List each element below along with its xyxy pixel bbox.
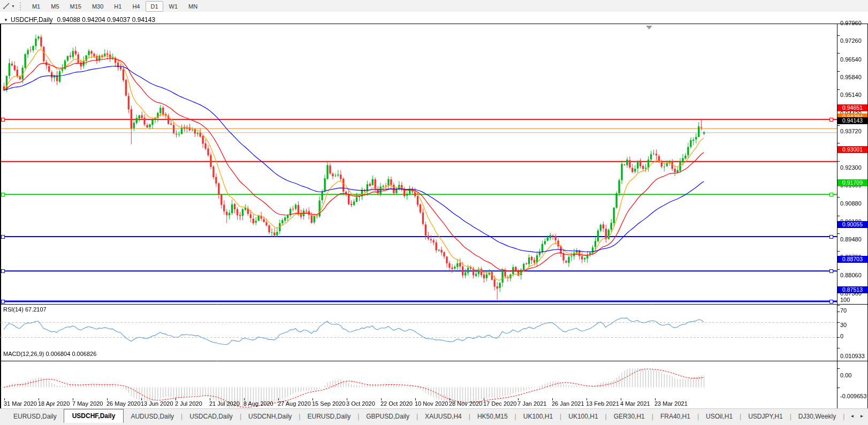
price-axis-tick: 0.95140 [840,92,867,98]
time-axis-tick: 10 Nov 2020 [415,400,448,407]
time-axis-tick: 26 Jan 2021 [552,400,584,407]
time-axis-tick: 26 May 2020 [106,400,141,407]
hline-price-tag[interactable]: 0.91709 [837,179,867,186]
chart-window: ▼ USDCHF,Daily 0.94088 0.94204 0.94037 0… [0,12,868,400]
time-axis-tick: 23 Mar 2021 [654,400,688,407]
chart-tab-usoil-h1[interactable]: USOil,H1 [699,411,740,423]
time-axis-tick: 7 May 2020 [72,400,103,407]
time-axis-tick: 21 Jul 2020 [209,400,240,407]
rsi-axis-tick: 100 [840,297,867,303]
macd-axis-tick: 0.010933 [840,353,867,359]
toolbar-grip [20,2,22,10]
price-axis-tick: 0.95840 [840,74,867,80]
timeframe-button-m15[interactable]: M15 [65,1,86,12]
timeframe-button-m1[interactable]: M1 [27,1,45,12]
time-axis-tick: 31 Mar 2020 [4,400,37,407]
hline-price-tag[interactable]: 0.88703 [837,256,867,263]
candlestick-chart-canvas[interactable] [0,12,868,412]
chart-tab-china300-h1[interactable]: CHINA300,H1 [844,411,847,423]
timeframe-button-w1[interactable]: W1 [164,1,183,12]
price-axis-tick: 0.97260 [840,37,867,44]
price-axis-tick: 0.88060 [840,272,867,278]
time-axis-tick: 13 Jun 2020 [141,400,173,407]
time-axis-tick: 18 Apr 2020 [38,400,70,407]
chart-tab-eurusd-daily[interactable]: EURUSD,Daily [6,411,64,423]
time-axis-tick: 13 Feb 2021 [586,400,619,407]
price-axis-tick: 0.97960 [840,20,867,26]
macd-axis-tick: -0.009653 [840,393,867,399]
timeframe-button-m5[interactable]: M5 [46,1,64,12]
time-axis-tick: 8 Aug 2020 [243,400,273,407]
chart-tab-dj30-weekly[interactable]: DJ30,Weekly [791,411,843,423]
macd-indicator-label: MACD(12,26,9) 0.006804 0.006826 [3,351,96,357]
time-axis-tick: 28 Nov 2020 [449,400,482,407]
chart-title: ▼ USDCHF,Daily 0.94088 0.94204 0.94037 0… [4,16,155,24]
time-axis-tick: 4 Mar 2021 [620,400,650,407]
timeframe-button-mn[interactable]: MN [184,1,202,12]
line-study-tool-button[interactable]: ▼ [1,2,17,10]
time-axis-tick: 7 Jan 2021 [517,400,546,407]
price-axis-tick: 0.90880 [840,200,867,207]
timeframe-toolbar: ▼ M1M5M15M30H1H4D1W1MN [0,0,868,12]
chart-tab-audusd-daily[interactable]: AUDUSD,Daily [124,411,181,423]
rsi-axis-tick: 30 [840,322,867,328]
mt4-terminal: ▼ M1M5M15M30H1H4D1W1MN ▼ USDCHF,Daily 0.… [0,0,868,425]
time-axis-tick: 3 Oct 2020 [346,400,375,407]
chart-tab-fra40-h1[interactable]: FRA40,H1 [653,411,697,423]
chart-tab-uk100-h1[interactable]: UK100,H1 [516,411,560,423]
price-axis-tick: 0.92300 [840,164,867,171]
chart-tab-bar: EURUSD,DailyUSDCHF,DailyAUDUSD,Daily|USD… [0,408,868,425]
price-axis-tick: 0.96540 [840,56,867,63]
price-axis-tick: 0.89480 [840,236,867,242]
chart-tab-usdcnh-daily[interactable]: USDCNH,Daily [241,411,299,423]
timeframe-buttons: M1M5M15M30H1H4D1W1MN [27,1,203,11]
chart-tab-gbpusd-daily[interactable]: GBPUSD,Daily [359,411,416,423]
tab-scroll-right-icon[interactable]: ► [858,412,866,420]
chart-tab-uk100-h1[interactable]: UK100,H1 [561,411,605,423]
macd-axis-tick: 0.00 [840,372,867,378]
chart-tab-eurusd-daily[interactable]: EURUSD,Daily [300,411,357,423]
timeframe-button-h4[interactable]: H4 [127,1,144,12]
one-click-trading-toggle-icon[interactable]: ▼ [4,18,8,22]
chart-symbol-label: USDCHF,Daily [11,16,53,24]
time-axis-tick: 22 Oct 2020 [380,400,413,407]
hline-price-tag[interactable]: 0.93001 [837,146,867,153]
chart-tab-usdjpy-h1[interactable]: USDJPY,H1 [741,411,789,423]
time-axis-tick: 2 Jul 2020 [175,400,202,407]
time-axis-tick: 15 Sep 2020 [312,400,345,407]
hline-price-tag[interactable]: 0.94651 [837,104,867,111]
current-price-tag: 0.94143 [837,117,867,124]
line-study-icon [3,2,10,10]
rsi-axis-tick: 70 [840,307,867,314]
time-axis-tick: 17 Dec 2020 [483,400,516,407]
chart-tab-hk50-m15[interactable]: HK50,M15 [470,411,515,423]
chart-tab-xauusd-h4[interactable]: XAUUSD,H4 [418,411,469,423]
chart-tab-ger30-h1[interactable]: GER30,H1 [607,411,652,423]
chart-tab-usdcad-daily[interactable]: USDCAD,Daily [182,411,240,423]
chart-ohlc-values: 0.94088 0.94204 0.94037 0.94143 [57,16,156,24]
tab-scroll-left-icon[interactable]: ◄ [848,412,856,420]
hline-price-tag[interactable]: 0.90055 [837,221,867,228]
hline-price-tag[interactable]: 0.87513 [837,286,867,293]
timeframe-button-h1[interactable]: H1 [109,1,126,12]
timeframe-button-m30[interactable]: M30 [87,1,108,12]
chart-tab-usdchf-daily[interactable]: USDCHF,Daily [64,409,124,423]
timeframe-button-d1[interactable]: D1 [146,1,163,12]
chevron-down-icon: ▼ [11,4,15,8]
chart-tabs: EURUSD,DailyUSDCHF,DailyAUDUSD,Daily|USD… [6,409,847,423]
rsi-indicator-label: RSI(14) 67.2107 [3,306,47,313]
rsi-axis-tick: 0 [840,333,867,339]
time-axis-tick: 27 Aug 2020 [278,400,311,407]
price-axis-tick: 0.93720 [840,128,867,134]
